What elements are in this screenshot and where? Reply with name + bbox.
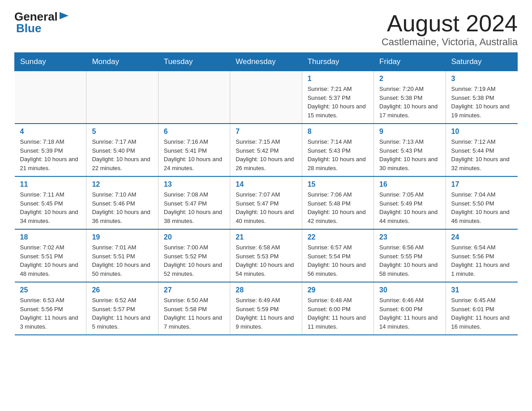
logo-blue: Blue bbox=[16, 22, 41, 34]
day-info: Sunrise: 7:01 AMSunset: 5:51 PMDaylight:… bbox=[92, 243, 152, 278]
calendar-cell: 11Sunrise: 7:11 AMSunset: 5:45 PMDayligh… bbox=[15, 176, 86, 229]
day-info: Sunrise: 7:08 AMSunset: 5:47 PMDaylight:… bbox=[164, 190, 224, 225]
day-info: Sunrise: 7:20 AMSunset: 5:38 PMDaylight:… bbox=[379, 85, 440, 120]
calendar-cell: 22Sunrise: 6:57 AMSunset: 5:54 PMDayligh… bbox=[302, 229, 373, 282]
calendar-cell: 29Sunrise: 6:48 AMSunset: 6:00 PMDayligh… bbox=[302, 282, 373, 335]
day-number: 31 bbox=[451, 286, 512, 294]
day-info: Sunrise: 6:50 AMSunset: 5:58 PMDaylight:… bbox=[164, 296, 224, 331]
day-info: Sunrise: 6:56 AMSunset: 5:55 PMDaylight:… bbox=[379, 243, 440, 278]
calendar-cell: 26Sunrise: 6:52 AMSunset: 5:57 PMDayligh… bbox=[86, 282, 158, 335]
day-info: Sunrise: 7:12 AMSunset: 5:44 PMDaylight:… bbox=[451, 137, 512, 172]
day-info: Sunrise: 7:13 AMSunset: 5:43 PMDaylight:… bbox=[379, 137, 440, 172]
calendar-cell: 5Sunrise: 7:17 AMSunset: 5:40 PMDaylight… bbox=[86, 124, 158, 176]
day-number: 3 bbox=[451, 75, 512, 83]
day-number: 29 bbox=[308, 286, 368, 294]
calendar-cell: 15Sunrise: 7:06 AMSunset: 5:48 PMDayligh… bbox=[302, 176, 373, 229]
calendar-cell: 2Sunrise: 7:20 AMSunset: 5:38 PMDaylight… bbox=[374, 71, 446, 124]
calendar-cell: 14Sunrise: 7:07 AMSunset: 5:47 PMDayligh… bbox=[230, 176, 302, 229]
day-number: 28 bbox=[236, 286, 296, 294]
calendar-cell: 25Sunrise: 6:53 AMSunset: 5:56 PMDayligh… bbox=[15, 282, 86, 335]
day-info: Sunrise: 6:57 AMSunset: 5:54 PMDaylight:… bbox=[308, 243, 368, 278]
header-thursday: Thursday bbox=[302, 53, 373, 71]
day-number: 9 bbox=[379, 128, 440, 136]
calendar-cell: 13Sunrise: 7:08 AMSunset: 5:47 PMDayligh… bbox=[158, 176, 230, 229]
day-number: 23 bbox=[379, 233, 440, 241]
day-number: 20 bbox=[164, 233, 224, 241]
day-info: Sunrise: 7:16 AMSunset: 5:41 PMDaylight:… bbox=[164, 137, 224, 172]
day-info: Sunrise: 6:46 AMSunset: 6:00 PMDaylight:… bbox=[379, 296, 440, 331]
location-title: Castlemaine, Victoria, Australia bbox=[382, 36, 518, 48]
calendar-cell: 1Sunrise: 7:21 AMSunset: 5:37 PMDaylight… bbox=[302, 71, 373, 124]
calendar-cell: 16Sunrise: 7:05 AMSunset: 5:49 PMDayligh… bbox=[374, 176, 446, 229]
day-number: 27 bbox=[164, 286, 224, 294]
day-info: Sunrise: 6:48 AMSunset: 6:00 PMDaylight:… bbox=[308, 296, 368, 331]
day-number: 7 bbox=[236, 128, 296, 136]
day-number: 8 bbox=[308, 128, 368, 136]
day-info: Sunrise: 7:17 AMSunset: 5:40 PMDaylight:… bbox=[92, 137, 152, 172]
calendar-cell: 20Sunrise: 7:00 AMSunset: 5:52 PMDayligh… bbox=[158, 229, 230, 282]
day-number: 25 bbox=[20, 286, 81, 294]
header-row: SundayMondayTuesdayWednesdayThursdayFrid… bbox=[15, 53, 518, 71]
header-tuesday: Tuesday bbox=[158, 53, 230, 71]
day-number: 1 bbox=[308, 75, 368, 83]
header-friday: Friday bbox=[374, 53, 446, 71]
calendar-cell: 17Sunrise: 7:04 AMSunset: 5:50 PMDayligh… bbox=[446, 176, 517, 229]
calendar-cell: 8Sunrise: 7:14 AMSunset: 5:43 PMDaylight… bbox=[302, 124, 373, 176]
calendar-cell bbox=[15, 71, 86, 124]
week-row-3: 11Sunrise: 7:11 AMSunset: 5:45 PMDayligh… bbox=[15, 176, 518, 229]
day-info: Sunrise: 7:02 AMSunset: 5:51 PMDaylight:… bbox=[20, 243, 81, 278]
day-number: 26 bbox=[92, 286, 152, 294]
calendar-cell: 30Sunrise: 6:46 AMSunset: 6:00 PMDayligh… bbox=[374, 282, 446, 335]
calendar-cell: 7Sunrise: 7:15 AMSunset: 5:42 PMDaylight… bbox=[230, 124, 302, 176]
day-info: Sunrise: 6:52 AMSunset: 5:57 PMDaylight:… bbox=[92, 296, 152, 331]
logo: General Blue bbox=[14, 11, 69, 34]
header-wednesday: Wednesday bbox=[230, 53, 302, 71]
week-row-2: 4Sunrise: 7:18 AMSunset: 5:39 PMDaylight… bbox=[15, 124, 518, 176]
day-number: 18 bbox=[20, 233, 81, 241]
day-info: Sunrise: 6:45 AMSunset: 6:01 PMDaylight:… bbox=[451, 296, 512, 331]
calendar-cell: 24Sunrise: 6:54 AMSunset: 5:56 PMDayligh… bbox=[446, 229, 517, 282]
day-number: 13 bbox=[164, 180, 224, 188]
day-info: Sunrise: 7:21 AMSunset: 5:37 PMDaylight:… bbox=[308, 85, 368, 120]
day-info: Sunrise: 6:58 AMSunset: 5:53 PMDaylight:… bbox=[236, 243, 296, 278]
calendar-cell: 12Sunrise: 7:10 AMSunset: 5:46 PMDayligh… bbox=[86, 176, 158, 229]
day-number: 24 bbox=[451, 233, 512, 241]
calendar-table: SundayMondayTuesdayWednesdayThursdayFrid… bbox=[14, 52, 518, 335]
calendar-cell: 9Sunrise: 7:13 AMSunset: 5:43 PMDaylight… bbox=[374, 124, 446, 176]
logo-arrow-icon bbox=[60, 12, 69, 19]
calendar-cell bbox=[158, 71, 230, 124]
day-info: Sunrise: 7:19 AMSunset: 5:38 PMDaylight:… bbox=[451, 85, 512, 120]
day-info: Sunrise: 7:00 AMSunset: 5:52 PMDaylight:… bbox=[164, 243, 224, 278]
day-info: Sunrise: 7:10 AMSunset: 5:46 PMDaylight:… bbox=[92, 190, 152, 225]
day-number: 4 bbox=[20, 128, 81, 136]
day-number: 19 bbox=[92, 233, 152, 241]
title-block: August 2024 Castlemaine, Victoria, Austr… bbox=[382, 11, 518, 48]
calendar-cell: 3Sunrise: 7:19 AMSunset: 5:38 PMDaylight… bbox=[446, 71, 517, 124]
day-number: 14 bbox=[236, 180, 296, 188]
day-info: Sunrise: 7:18 AMSunset: 5:39 PMDaylight:… bbox=[20, 137, 81, 172]
day-info: Sunrise: 6:49 AMSunset: 5:59 PMDaylight:… bbox=[236, 296, 296, 331]
calendar-cell: 23Sunrise: 6:56 AMSunset: 5:55 PMDayligh… bbox=[374, 229, 446, 282]
calendar-cell: 10Sunrise: 7:12 AMSunset: 5:44 PMDayligh… bbox=[446, 124, 517, 176]
day-number: 15 bbox=[308, 180, 368, 188]
calendar-cell: 28Sunrise: 6:49 AMSunset: 5:59 PMDayligh… bbox=[230, 282, 302, 335]
page-header: General Blue August 2024 Castlemaine, Vi… bbox=[14, 11, 518, 48]
day-info: Sunrise: 7:05 AMSunset: 5:49 PMDaylight:… bbox=[379, 190, 440, 225]
day-info: Sunrise: 6:54 AMSunset: 5:56 PMDaylight:… bbox=[451, 243, 512, 278]
logo-general: General bbox=[14, 11, 58, 22]
day-number: 6 bbox=[164, 128, 224, 136]
day-info: Sunrise: 6:53 AMSunset: 5:56 PMDaylight:… bbox=[20, 296, 81, 331]
calendar-cell: 4Sunrise: 7:18 AMSunset: 5:39 PMDaylight… bbox=[15, 124, 86, 176]
day-number: 17 bbox=[451, 180, 512, 188]
calendar-cell: 6Sunrise: 7:16 AMSunset: 5:41 PMDaylight… bbox=[158, 124, 230, 176]
day-info: Sunrise: 7:06 AMSunset: 5:48 PMDaylight:… bbox=[308, 190, 368, 225]
day-number: 16 bbox=[379, 180, 440, 188]
calendar-cell: 19Sunrise: 7:01 AMSunset: 5:51 PMDayligh… bbox=[86, 229, 158, 282]
calendar-cell: 31Sunrise: 6:45 AMSunset: 6:01 PMDayligh… bbox=[446, 282, 517, 335]
day-number: 22 bbox=[308, 233, 368, 241]
calendar-cell bbox=[86, 71, 158, 124]
week-row-5: 25Sunrise: 6:53 AMSunset: 5:56 PMDayligh… bbox=[15, 282, 518, 335]
week-row-4: 18Sunrise: 7:02 AMSunset: 5:51 PMDayligh… bbox=[15, 229, 518, 282]
header-sunday: Sunday bbox=[15, 53, 86, 71]
calendar-cell: 27Sunrise: 6:50 AMSunset: 5:58 PMDayligh… bbox=[158, 282, 230, 335]
